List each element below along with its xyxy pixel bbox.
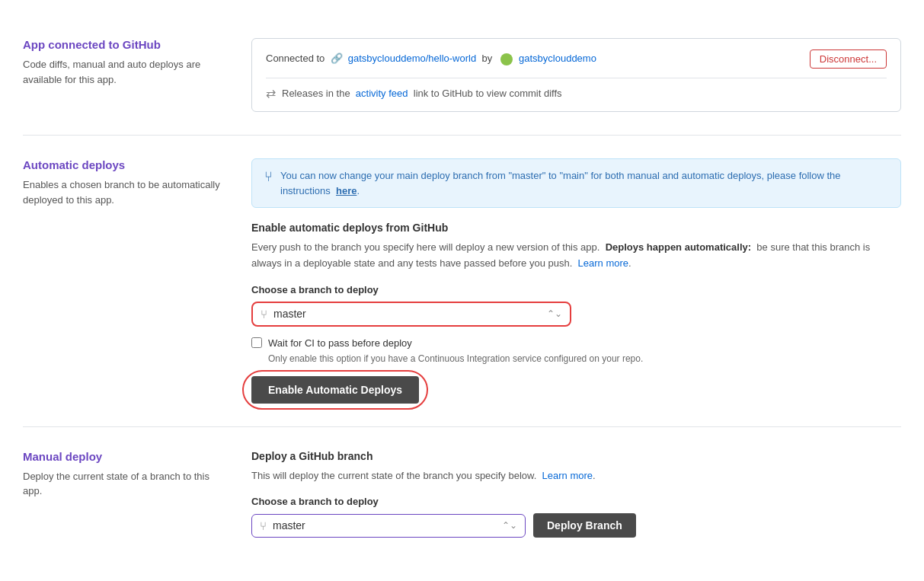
manual-section-desc: Deploy the current state of a branch to … [23, 469, 221, 499]
github-section-title: App connected to GitHub [23, 38, 221, 51]
branch-arrow-auto: ⌃⌄ [547, 308, 562, 319]
branch-select-icon-auto: ⑂ [261, 308, 267, 321]
ci-note: Only enable this option if you have a Co… [268, 353, 901, 364]
manual-branch-select-wrapper: ⑂ master ⌃⌄ [251, 514, 526, 538]
branch-with-button: ⑂ master ⌃⌄ Deploy Branch [251, 513, 901, 538]
disconnect-button[interactable]: Disconnect... [810, 49, 887, 69]
repo-link[interactable]: gatsbyclouddemo/hello-world [348, 53, 476, 64]
section-left-github: App connected to GitHub Code diffs, manu… [23, 38, 251, 112]
branch-arrow-manual: ⌃⌄ [502, 520, 517, 531]
section-left-automatic: Automatic deploys Enables a chosen branc… [23, 158, 251, 404]
page-container: App connected to GitHub Code diffs, manu… [0, 0, 924, 576]
connected-line: Connected to 🔗 gatsbyclouddemo/hello-wor… [266, 49, 887, 69]
deploy-branch-button[interactable]: Deploy Branch [533, 513, 636, 538]
manual-deploy-description: This will deploy the current state of th… [251, 468, 901, 484]
auto-learn-more-link[interactable]: Learn more [578, 257, 628, 269]
branch-field-label-manual: Choose a branch to deploy [251, 496, 901, 507]
branch-banner-icon: ⑂ [264, 169, 273, 185]
manual-learn-more-link[interactable]: Learn more [542, 470, 593, 481]
user-link[interactable]: gatsbyclouddemo [519, 53, 596, 64]
auto-deploy-description: Every push to the branch you specify her… [251, 240, 901, 272]
ci-checkbox[interactable] [251, 337, 262, 348]
github-section: App connected to GitHub Code diffs, manu… [23, 15, 901, 136]
auto-branch-select-wrapper: ⑂ master ⌃⌄ [251, 302, 571, 327]
ci-checkbox-row: Wait for CI to pass before deploy [251, 337, 901, 349]
git-icon: ⇄ [266, 86, 276, 101]
github-section-desc: Code diffs, manual and auto deploys are … [23, 57, 221, 87]
section-right-automatic: ⑂ You can now change your main deploy br… [251, 158, 901, 404]
activity-feed-link[interactable]: activity feed [356, 88, 408, 99]
manual-deploy-section: Manual deploy Deploy the current state o… [23, 427, 901, 561]
automatic-section-title: Automatic deploys [23, 158, 221, 171]
enable-btn-wrapper: Enable Automatic Deploys [251, 376, 419, 404]
user-avatar-icon [500, 53, 513, 65]
branch-field-label-auto: Choose a branch to deploy [251, 284, 901, 295]
connected-text: Connected to 🔗 gatsbyclouddemo/hello-wor… [266, 53, 596, 65]
deploy-github-branch-title: Deploy a GitHub branch [251, 450, 901, 462]
automatic-section-desc: Enables a chosen branch to be automatica… [23, 177, 221, 207]
section-right-manual: Deploy a GitHub branch This will deploy … [251, 450, 901, 538]
manual-branch-select[interactable]: master [273, 519, 502, 532]
automatic-deploys-section: Automatic deploys Enables a chosen branc… [23, 136, 901, 427]
github-info-box: Connected to 🔗 gatsbyclouddemo/hello-wor… [251, 38, 901, 112]
enable-automatic-deploys-button[interactable]: Enable Automatic Deploys [251, 376, 419, 404]
ci-checkbox-label[interactable]: Wait for CI to pass before deploy [268, 337, 412, 349]
info-banner: ⑂ You can now change your main deploy br… [251, 158, 901, 208]
banner-here-link[interactable]: here [336, 185, 356, 196]
section-right-github: Connected to 🔗 gatsbyclouddemo/hello-wor… [251, 38, 901, 112]
release-line: ⇄ Releases in the activity feed link to … [266, 78, 887, 101]
section-left-manual: Manual deploy Deploy the current state o… [23, 450, 251, 538]
manual-section-title: Manual deploy [23, 450, 221, 463]
branch-select-icon-manual: ⑂ [260, 519, 267, 532]
enable-auto-deploys-title: Enable automatic deploys from GitHub [251, 222, 901, 234]
auto-branch-select[interactable]: master [273, 308, 547, 320]
banner-text: You can now change your main deploy bran… [280, 168, 888, 198]
